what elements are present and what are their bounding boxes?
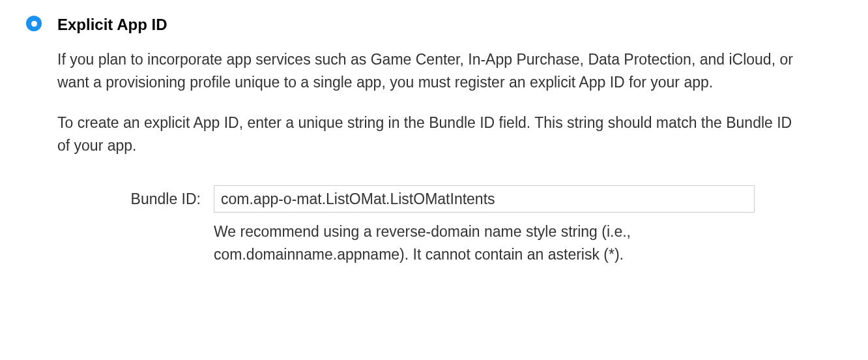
bundle-id-input[interactable] — [214, 185, 755, 213]
explicit-app-id-option: Explicit App ID If you plan to incorpora… — [26, 13, 842, 265]
option-paragraph-1: If you plan to incorporate app services … — [57, 48, 800, 93]
option-description: If you plan to incorporate app services … — [57, 48, 800, 157]
option-content: Explicit App ID If you plan to incorpora… — [57, 13, 842, 265]
explicit-app-id-radio[interactable] — [26, 16, 42, 31]
bundle-id-label: Bundle ID: — [57, 185, 201, 211]
bundle-id-field-row: Bundle ID: We recommend using a reverse-… — [57, 185, 842, 265]
bundle-id-hint: We recommend using a reverse-domain name… — [214, 220, 748, 265]
bundle-id-input-wrap: We recommend using a reverse-domain name… — [214, 185, 755, 265]
option-heading: Explicit App ID — [57, 13, 842, 37]
option-paragraph-2: To create an explicit App ID, enter a un… — [57, 112, 800, 157]
radio-selected-dot — [31, 21, 37, 27]
